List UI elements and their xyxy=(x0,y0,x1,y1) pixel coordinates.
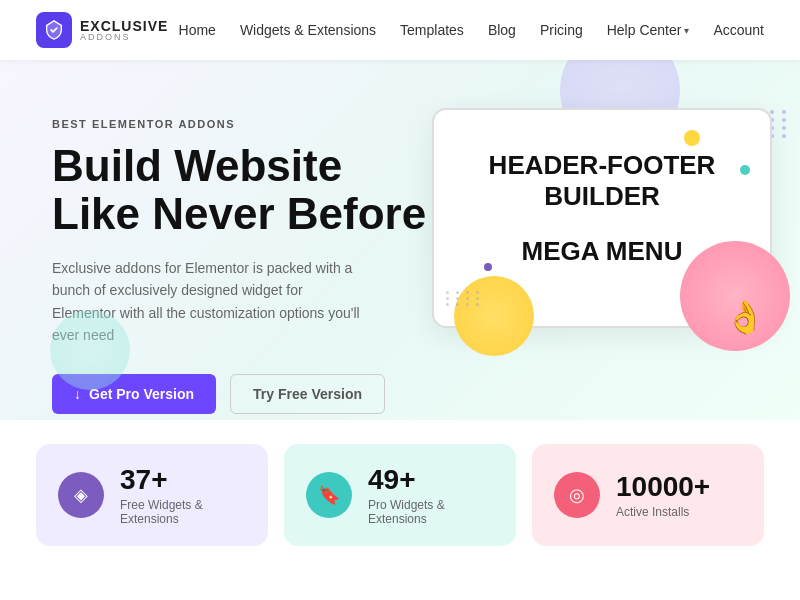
nav-blog[interactable]: Blog xyxy=(488,22,516,38)
stat-number-pro: 49+ xyxy=(368,464,494,496)
hero-title-line1: Build Website xyxy=(52,141,342,190)
stat-number-installs: 10000+ xyxy=(616,471,710,503)
feature-card-sub: MEGA MENU xyxy=(464,236,740,267)
feature-card-title: HEADER-FOOTER BUILDER xyxy=(464,150,740,212)
nav-links: Home Widgets & Extensions Templates Blog… xyxy=(179,22,764,38)
try-free-button[interactable]: Try Free Version xyxy=(230,374,385,414)
target-icon: ◎ xyxy=(554,472,600,518)
chevron-down-icon: ▾ xyxy=(684,25,689,36)
stat-info-installs: 10000+ Active Installs xyxy=(616,471,710,519)
feature-card: HEADER-FOOTER BUILDER MEGA MENU 👌 xyxy=(432,108,772,328)
logo-text: EXCLUSIVE ADDONS xyxy=(80,19,168,42)
hero-visual: HEADER-FOOTER BUILDER MEGA MENU 👌 xyxy=(432,108,772,328)
stat-label-installs: Active Installs xyxy=(616,505,710,519)
logo-icon xyxy=(36,12,72,48)
nav-widgets[interactable]: Widgets & Extensions xyxy=(240,22,376,38)
hero-title-line2: Like Never Before xyxy=(52,189,426,238)
stat-card-installs: ◎ 10000+ Active Installs xyxy=(532,444,764,546)
stat-card-pro: 🔖 49+ Pro Widgets & Extensions xyxy=(284,444,516,546)
card-dot-teal xyxy=(740,165,750,175)
brand-sub: ADDONS xyxy=(80,33,168,42)
stat-info-free: 37+ Free Widgets & Extensions xyxy=(120,464,246,526)
card-circle-yellow xyxy=(454,276,534,356)
nav-templates[interactable]: Templates xyxy=(400,22,464,38)
download-icon: ↓ xyxy=(74,386,81,402)
stat-card-free: ◈ 37+ Free Widgets & Extensions xyxy=(36,444,268,546)
hero-badge: BEST ELEMENTOR ADDONS xyxy=(52,118,432,130)
nav-account[interactable]: Account xyxy=(713,22,764,38)
nav-pricing[interactable]: Pricing xyxy=(540,22,583,38)
hero-title: Build Website Like Never Before xyxy=(52,142,432,239)
navbar: EXCLUSIVE ADDONS Home Widgets & Extensio… xyxy=(0,0,800,60)
stats-section: ◈ 37+ Free Widgets & Extensions 🔖 49+ Pr… xyxy=(0,420,800,570)
brand-name: EXCLUSIVE xyxy=(80,19,168,33)
stat-info-pro: 49+ Pro Widgets & Extensions xyxy=(368,464,494,526)
diamond-icon: ◈ xyxy=(58,472,104,518)
bookmark-icon: 🔖 xyxy=(306,472,352,518)
logo[interactable]: EXCLUSIVE ADDONS xyxy=(36,12,168,48)
stat-number-free: 37+ xyxy=(120,464,246,496)
stat-label-pro: Pro Widgets & Extensions xyxy=(368,498,494,526)
card-grid-dots xyxy=(446,291,483,306)
hero-content: BEST ELEMENTOR ADDONS Build Website Like… xyxy=(52,108,432,414)
nav-home[interactable]: Home xyxy=(179,22,216,38)
nav-help[interactable]: Help Center ▾ xyxy=(607,22,690,38)
hero-buttons: ↓ Get Pro Version Try Free Version xyxy=(52,374,432,414)
hero-section: BEST ELEMENTOR ADDONS Build Website Like… xyxy=(0,60,800,420)
stat-label-free: Free Widgets & Extensions xyxy=(120,498,246,526)
hero-description: Exclusive addons for Elementor is packed… xyxy=(52,257,362,347)
card-dot-purple xyxy=(484,263,492,271)
card-dot-yellow xyxy=(684,130,700,146)
get-pro-button[interactable]: ↓ Get Pro Version xyxy=(52,374,216,414)
hand-emoji-icon: 👌 xyxy=(725,298,765,336)
